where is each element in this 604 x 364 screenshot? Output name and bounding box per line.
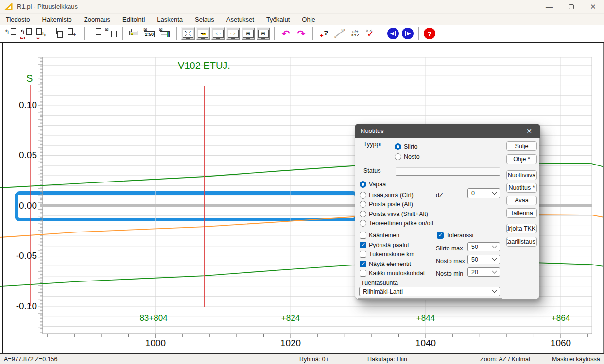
radio-vapaa-label[interactable]: Vapaa: [369, 181, 386, 188]
nuottiviiva-button[interactable]: Nuottiviiva: [506, 170, 537, 180]
checkbox-nayta-elementit[interactable]: [360, 261, 366, 267]
print-icon[interactable]: [128, 27, 140, 40]
new-page-icon[interactable]: ⊠: [105, 27, 118, 40]
step-forward-button[interactable]: ▶: [402, 28, 414, 39]
copy-pages-icon[interactable]: [89, 27, 102, 40]
checkbox-pyorista-paalut-label[interactable]: Pyöristä paalut: [369, 242, 409, 248]
checkbox-kaikki-muutoskohdat[interactable]: [360, 270, 366, 277]
radio-poista-piste-label[interactable]: Poista piste (Alt): [369, 201, 413, 208]
dz-combo[interactable]: 0: [467, 188, 500, 198]
checkbox-kaanteinen-label[interactable]: Käänteinen: [369, 232, 399, 239]
radio-siirto[interactable]: [395, 143, 401, 150]
minimize-button[interactable]: —: [538, 0, 560, 13]
nosto-min-combo[interactable]: 20: [467, 267, 500, 277]
export-file-icon[interactable]: ⤷: [67, 27, 79, 40]
undo-icon[interactable]: ↶: [279, 27, 292, 40]
window-title: R1.pi - Pituusleikkaus: [17, 3, 78, 10]
nosto-max-value: 50: [471, 256, 478, 263]
radio-vapaa[interactable]: [360, 181, 366, 188]
radio-nosto[interactable]: [395, 153, 401, 160]
query-point-icon[interactable]: +?: [318, 27, 330, 40]
app-window: R1.pi - Pituusleikkaus — ✕ Tiedosto Hake…: [0, 0, 604, 364]
measure-line-icon[interactable]: 21×: [333, 27, 346, 40]
nuotitus-button[interactable]: Nuotitus *: [506, 183, 537, 193]
pan-left-button[interactable]: ⇦: [211, 27, 225, 40]
station-label: 83+804: [129, 314, 178, 323]
open-previous-marked-icon[interactable]: ↰: [20, 27, 33, 40]
checkbox-pyorista-paalut[interactable]: [360, 242, 366, 248]
page-layout-icon[interactable]: ⊠: [159, 27, 172, 40]
radio-lisaa-siirra-label[interactable]: Lisää,siirrä (Ctrl): [369, 192, 414, 199]
toolbar-separator: [176, 27, 177, 40]
checkbox-toleranssi[interactable]: [437, 232, 444, 239]
radio-poista-viiva-label[interactable]: Poista viiva (Shift+Alt): [369, 211, 428, 217]
scale-icon[interactable]: ⊠1:50: [143, 27, 156, 40]
tuentasuunta-combo[interactable]: Riihimäki-Lahti: [359, 287, 500, 296]
station-label: +824: [266, 314, 315, 323]
menu-hakemisto[interactable]: Hakemisto: [41, 15, 72, 24]
radio-lisaa-siirra[interactable]: [360, 192, 366, 199]
zoom-extents-button[interactable]: ↖↗↙↘: [181, 27, 195, 40]
coordinates-icon[interactable]: ○/+XYZ: [349, 27, 362, 40]
menu-editointi[interactable]: Editointi: [121, 15, 146, 24]
pan-right-button[interactable]: ⇨: [226, 27, 240, 40]
menu-laskenta[interactable]: Laskenta: [156, 15, 184, 24]
validate-points-icon[interactable]: ××✓: [364, 27, 377, 40]
checkbox-kaikki-muutoskohdat-label[interactable]: Kaikki muutoskohdat: [369, 270, 425, 277]
transfer-file-icon[interactable]: ↳: [51, 27, 64, 40]
step-back-button[interactable]: ◀: [387, 28, 399, 39]
checkbox-tukemiskone[interactable]: [360, 251, 366, 258]
redo-icon[interactable]: ↷: [295, 27, 308, 40]
help-button[interactable]: ?: [424, 28, 435, 39]
tallenna-button[interactable]: Tallenna: [506, 208, 537, 218]
checkbox-toleranssi-label[interactable]: Toleranssi: [446, 232, 473, 239]
monitor-icon: ⊕: [243, 30, 254, 38]
zoom-out-button[interactable]: ⊖: [257, 27, 270, 40]
radio-poista-piste[interactable]: [360, 201, 366, 208]
x-tick-label: 1060: [539, 338, 583, 348]
menu-tyokalut[interactable]: Työkalut: [265, 15, 291, 24]
nosto-min-value: 20: [471, 269, 478, 276]
dialog-close-icon[interactable]: ✕: [521, 124, 537, 138]
monitor-icon: ⊖: [258, 30, 269, 38]
zoom-window-button[interactable]: ✒: [196, 27, 210, 40]
open-previous-icon[interactable]: ↰: [4, 27, 17, 40]
checkbox-nayta-elementit-label[interactable]: Näytä elementit: [369, 261, 411, 267]
kaarilistaus-button[interactable]: Kaarilistaus *: [506, 237, 537, 247]
chevron-down-icon: [492, 256, 497, 261]
dialog-titlebar: Nuotitus ✕: [355, 124, 540, 138]
avaa-button[interactable]: Avaa: [506, 196, 537, 205]
maximize-button[interactable]: [560, 0, 582, 13]
close-button[interactable]: ✕: [582, 0, 604, 13]
radio-siirto-label[interactable]: Siirto: [404, 143, 417, 150]
statusbar-zoom-mode: Zoom: AZ / Kulmat: [476, 354, 548, 364]
status-label: Status: [363, 167, 380, 174]
titlebar: R1.pi - Pituusleikkaus — ✕: [0, 0, 604, 14]
menu-asetukset[interactable]: Asetukset: [225, 15, 255, 24]
menu-ohje[interactable]: Ohje: [301, 15, 316, 24]
menu-tiedosto[interactable]: Tiedosto: [5, 15, 31, 24]
checkbox-kaanteinen[interactable]: [360, 232, 366, 239]
radio-poista-viiva[interactable]: [360, 211, 366, 217]
kirjoita-tkk-button[interactable]: Kirjoita TKK *: [506, 224, 537, 233]
save-marked-icon[interactable]: ↳: [35, 27, 48, 40]
toolbar: ↰ ↰ ↳ ↳ ⤷ ⊠ ⊠1:50 ⊠ ↖↗↙↘ ✒ ⇦ ⇨ ⊕ ⊖ ↶ ↷ +…: [0, 25, 604, 43]
siirto-max-combo[interactable]: 50: [467, 242, 500, 251]
nosto-max-combo[interactable]: 50: [467, 255, 500, 264]
dz-label: dZ: [436, 192, 443, 199]
radio-teoreettinen[interactable]: [360, 220, 366, 227]
ohje-button[interactable]: Ohje *: [506, 154, 537, 164]
zoom-in-button[interactable]: ⊕: [242, 27, 255, 40]
y-tick-label: 0.05: [0, 149, 37, 162]
radio-teoreettinen-label[interactable]: Teoreettinen jatke on/off: [369, 220, 433, 227]
checkbox-tukemiskone-label[interactable]: Tukemiskone km: [369, 251, 414, 258]
dialog-title: Nuotitus: [361, 127, 384, 134]
nosto-min-label: Nosto min: [436, 270, 463, 277]
menu-zoomaus[interactable]: Zoomaus: [83, 15, 111, 24]
menu-selaus[interactable]: Selaus: [194, 15, 215, 24]
y-tick-label: 0.00: [0, 199, 37, 212]
sulje-button[interactable]: Sulje: [506, 141, 537, 151]
radio-nosto-label[interactable]: Nosto: [404, 153, 420, 160]
status-field[interactable]: [396, 167, 500, 176]
y-axis-label: S: [26, 73, 33, 84]
